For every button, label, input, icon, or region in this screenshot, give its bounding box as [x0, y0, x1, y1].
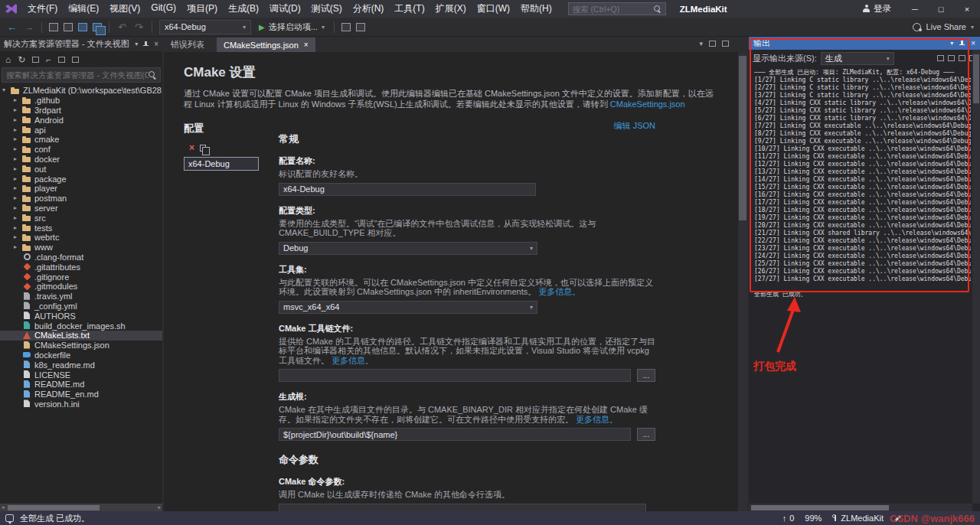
menu-item[interactable]: 扩展(X) — [430, 0, 472, 18]
remove-configuration-button[interactable]: × — [189, 143, 194, 152]
start-debugging-button[interactable]: ▶ 选择启动项... ▾ — [256, 21, 327, 33]
tree-chevron-icon[interactable] — [14, 223, 22, 233]
tree-item[interactable]: package — [0, 174, 162, 184]
scroll-left-icon[interactable]: ◂ — [2, 504, 5, 510]
close-icon[interactable]: × — [154, 40, 158, 48]
menu-item[interactable]: 调试(D) — [264, 0, 306, 18]
tree-item[interactable]: .gitmodules — [0, 282, 162, 292]
tree-item[interactable]: .github — [0, 96, 162, 106]
tree-chevron-icon[interactable] — [14, 204, 22, 213]
tree-chevron-icon[interactable] — [14, 184, 22, 193]
minimize-button[interactable]: ─ — [902, 0, 928, 18]
tree-item[interactable]: server — [0, 204, 162, 214]
tree-chevron-icon[interactable] — [14, 145, 22, 154]
output-vertical-scrollbar[interactable] — [972, 50, 980, 504]
tree-item[interactable]: .gitignore — [0, 272, 162, 282]
open-file-icon[interactable] — [64, 23, 73, 31]
menu-item[interactable]: 工具(T) — [389, 0, 430, 18]
menu-item[interactable]: 窗口(W) — [472, 0, 515, 18]
redo-icon[interactable]: ↷ — [133, 22, 145, 32]
tree-item[interactable]: tests — [0, 223, 162, 233]
menu-item[interactable]: 编辑(E) — [63, 0, 104, 18]
find-message-icon[interactable] — [937, 55, 944, 61]
tree-chevron-icon[interactable] — [14, 116, 22, 125]
tree-chevron-icon[interactable] — [14, 96, 22, 105]
sign-in-button[interactable]: 登录 — [874, 3, 891, 15]
menu-item[interactable]: 文件(F) — [22, 0, 63, 18]
tree-item[interactable]: www — [0, 243, 162, 253]
tree-item[interactable]: dockerfile — [0, 351, 162, 360]
tree-chevron-icon[interactable] — [14, 106, 22, 115]
browse-button[interactable]: ... — [637, 428, 655, 441]
tree-item[interactable]: 3rdpart — [0, 106, 162, 116]
menu-item[interactable]: 帮助(H) — [515, 0, 557, 18]
tree-item[interactable]: AUTHORS — [0, 311, 162, 321]
tree-item[interactable]: src — [0, 213, 162, 223]
scrollbar-thumb[interactable] — [8, 505, 100, 510]
configuration-dropdown[interactable]: x64-Debug ▾ — [159, 20, 251, 34]
quick-search-input[interactable] — [573, 5, 654, 14]
outgoing-commits-indicator[interactable]: ↑ 0 — [782, 514, 795, 523]
solution-search-input[interactable] — [6, 70, 149, 80]
scroll-right-icon[interactable]: ▸ — [158, 504, 161, 510]
tree-item[interactable]: conf — [0, 145, 162, 155]
document-tab[interactable]: CMakeSettings.json × — [217, 38, 315, 52]
more-info-link[interactable]: 更多信息。 — [538, 287, 580, 296]
solution-search[interactable] — [2, 67, 161, 83]
tree-chevron-icon[interactable] — [14, 243, 22, 252]
refresh-icon[interactable]: ↻ — [18, 54, 25, 65]
tree-item[interactable]: postman — [0, 194, 162, 204]
word-wrap-icon[interactable] — [959, 55, 965, 61]
tool-icon[interactable] — [356, 23, 365, 31]
tree-item[interactable]: CMakeSettings.json — [0, 341, 162, 351]
menu-item[interactable]: 分析(N) — [348, 0, 390, 18]
properties-icon[interactable] — [58, 57, 65, 63]
tool-icon[interactable] — [341, 23, 351, 31]
edit-json-link[interactable]: 编辑 JSON — [614, 120, 655, 132]
new-file-icon[interactable] — [49, 23, 58, 31]
undo-icon[interactable]: ↶ — [116, 22, 128, 32]
collapse-all-icon[interactable]: ⌐ — [46, 55, 51, 64]
tree-chevron-icon[interactable] — [14, 135, 22, 144]
tree-item[interactable]: build_docker_images.sh — [0, 321, 162, 331]
tree-item[interactable]: LICENSE — [0, 370, 162, 380]
tab-close-icon[interactable]: × — [304, 41, 309, 49]
toolset-select[interactable]: msvc_x64_x64 ▾ — [279, 301, 537, 314]
build-root-input[interactable] — [279, 428, 631, 441]
scrollbar-thumb[interactable] — [739, 56, 746, 220]
tree-item[interactable]: webrtc — [0, 233, 162, 243]
editor-vertical-scrollbar[interactable] — [738, 52, 747, 511]
tree-chevron-icon[interactable] — [14, 174, 22, 184]
more-info-link[interactable]: 更多信息。 — [332, 356, 374, 365]
tree-chevron-icon[interactable] — [14, 126, 22, 135]
horizontal-scrollbar[interactable]: ◂ ▸ — [0, 504, 162, 511]
navigate-forward-icon[interactable]: → — [23, 22, 34, 32]
duplicate-configuration-icon[interactable] — [200, 145, 206, 152]
tree-chevron-icon[interactable] — [14, 214, 22, 223]
save-icon[interactable] — [78, 23, 87, 31]
pin-icon[interactable] — [142, 41, 149, 48]
tree-item[interactable]: .travis.yml — [0, 292, 162, 302]
tree-chevron-icon[interactable] — [2, 86, 11, 95]
tree-item[interactable]: version.h.ini — [0, 399, 162, 409]
config-type-select[interactable]: Debug ▾ — [279, 242, 537, 255]
cmakesettings-link[interactable]: CMakeSettings.json — [610, 99, 685, 109]
output-log[interactable]: ——— 全部生成 已启动: 项目: ZLMediaKit, 配置: x64-De… — [749, 67, 980, 511]
menu-item[interactable]: 测试(S) — [306, 0, 348, 18]
tree-chevron-icon[interactable] — [14, 155, 22, 164]
tree-item[interactable]: CMakeLists.txt — [0, 331, 162, 341]
output-source-select[interactable]: 生成 ▾ — [821, 52, 894, 65]
save-all-icon[interactable] — [93, 23, 102, 31]
window-layout-icon[interactable] — [722, 41, 729, 47]
clear-all-icon[interactable] — [948, 55, 955, 61]
tree-chevron-icon[interactable] — [14, 194, 22, 203]
show-all-files-icon[interactable] — [72, 57, 79, 63]
menu-item[interactable]: 视图(V) — [104, 0, 145, 18]
menu-item[interactable]: 项目(P) — [181, 0, 223, 18]
config-name-input[interactable] — [279, 183, 536, 196]
tree-item[interactable]: k8s_readme.md — [0, 360, 162, 370]
maximize-button[interactable]: □ — [928, 0, 954, 18]
tree-item[interactable]: Android — [0, 115, 162, 125]
tree-item[interactable]: cmake — [0, 135, 162, 145]
tree-chevron-icon[interactable] — [14, 233, 22, 242]
